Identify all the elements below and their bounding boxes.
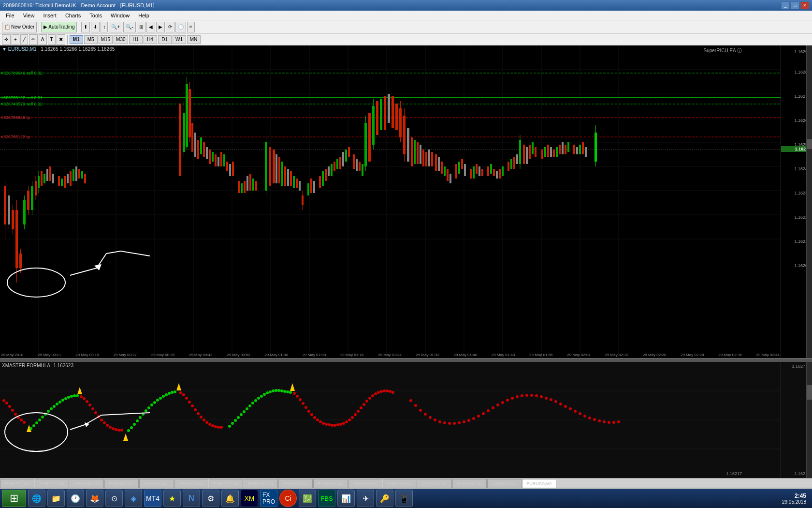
taskbar-folder[interactable]: 📁 bbox=[47, 490, 65, 507]
taskbar-app6[interactable]: 📊 bbox=[337, 490, 355, 507]
auto-trading-button[interactable]: ▶ AutoTrading bbox=[41, 22, 77, 32]
taskbar-app2[interactable]: ★ bbox=[163, 490, 181, 507]
menu-view[interactable]: View bbox=[19, 12, 39, 19]
taskbar-ci[interactable]: Ci bbox=[279, 490, 297, 507]
close-button[interactable]: ✕ bbox=[800, 1, 809, 9]
toolbar-btn-1[interactable]: ⬆ bbox=[81, 22, 90, 32]
taskbar-xm[interactable]: XM bbox=[241, 490, 258, 507]
taskbar-n[interactable]: N bbox=[183, 490, 200, 507]
delete-tool[interactable]: ✖ bbox=[57, 34, 65, 45]
svg-point-375 bbox=[554, 400, 557, 403]
tf-mn[interactable]: MN bbox=[187, 35, 201, 44]
taskbar-clock[interactable]: 🕐 bbox=[67, 490, 84, 507]
crosshair-tool[interactable]: + bbox=[12, 34, 19, 45]
chart-tab-14[interactable]: EURUSD,M1 bbox=[452, 479, 487, 488]
svg-rect-176 bbox=[513, 157, 515, 169]
chart-tab-12[interactable]: EURUSD,M1 bbox=[383, 479, 417, 488]
svg-rect-164 bbox=[473, 166, 475, 179]
new-order-button[interactable]: 📋 New Order bbox=[2, 22, 37, 32]
taskbar-app5[interactable]: 💹 bbox=[299, 490, 316, 507]
tf-d1[interactable]: D1 bbox=[158, 35, 172, 44]
draw-tool[interactable]: ✏ bbox=[29, 34, 38, 45]
tf-m30[interactable]: M30 bbox=[114, 35, 128, 44]
panel-resizer[interactable] bbox=[0, 358, 812, 362]
svg-point-332 bbox=[357, 410, 360, 413]
chart-tab-9[interactable]: GBPUSD,M1 bbox=[278, 479, 313, 488]
svg-point-321 bbox=[325, 423, 328, 426]
toolbar-btn-3[interactable]: ↕ bbox=[101, 22, 108, 32]
chart-tab-2[interactable]: EURUSD,M1 bbox=[35, 479, 69, 488]
maximize-button[interactable]: □ bbox=[791, 1, 799, 9]
chart-tab-10[interactable]: EURUSD,M1 bbox=[313, 479, 348, 488]
taskbar-app4[interactable]: 🔔 bbox=[221, 490, 239, 507]
menu-window[interactable]: Window bbox=[107, 12, 133, 19]
tf-m15[interactable]: M15 bbox=[99, 35, 113, 44]
tf-m5[interactable]: M5 bbox=[84, 35, 98, 44]
cursor-tool[interactable]: ✛ bbox=[2, 34, 11, 45]
toolbar-btn-8[interactable]: ▶ bbox=[156, 22, 165, 32]
taskbar-app7[interactable]: ✈ bbox=[357, 490, 374, 507]
svg-point-222 bbox=[35, 421, 38, 424]
title-bar: 2089860816: Tickmill-DemoUK - Demo Accou… bbox=[0, 0, 812, 11]
taskbar-chrome[interactable]: ⊙ bbox=[105, 490, 123, 507]
chart-tab-13[interactable]: GBPUSD,M1 bbox=[418, 479, 452, 488]
taskbar-app9[interactable]: 📱 bbox=[395, 490, 413, 507]
svg-marker-271 bbox=[176, 383, 181, 390]
minimize-button[interactable]: _ bbox=[781, 1, 790, 9]
svg-rect-185 bbox=[541, 149, 543, 159]
tf-h1[interactable]: H1 bbox=[129, 35, 143, 44]
menu-tools[interactable]: Tools bbox=[86, 12, 106, 19]
tf-h4[interactable]: H4 bbox=[144, 35, 157, 44]
chart-tabs: EURUSD,M1 EURUSD,M1 GBPUSD,M1 EURUSD,M1 … bbox=[0, 478, 812, 488]
start-button[interactable]: ⊞ bbox=[2, 490, 26, 507]
chart-tab-8[interactable]: EURUSD,M1 bbox=[244, 479, 278, 488]
taskbar-firefox[interactable]: 🦊 bbox=[86, 490, 103, 507]
menu-charts[interactable]: Charts bbox=[61, 12, 85, 19]
svg-point-242 bbox=[91, 407, 94, 410]
autotrading-icon: ▶ bbox=[44, 24, 47, 30]
svg-point-372 bbox=[540, 395, 543, 398]
svg-rect-74 bbox=[194, 133, 196, 157]
svg-point-354 bbox=[453, 422, 456, 425]
toolbar-btn-7[interactable]: ◀ bbox=[146, 22, 155, 32]
toolbar-btn-5[interactable]: 🔍- bbox=[123, 22, 135, 32]
taskbar-app3[interactable]: ⚙ bbox=[202, 490, 219, 507]
svg-point-245 bbox=[100, 418, 103, 421]
chart-tab-7[interactable]: EURUSD,M1 bbox=[209, 479, 243, 488]
main-toolbar: 📋 New Order ▶ AutoTrading ⬆ ⬇ ↕ 🔍+ 🔍- ⊞ … bbox=[0, 20, 812, 34]
svg-rect-104 bbox=[287, 169, 289, 186]
chart-tab-6[interactable]: GBPUSD,M1 bbox=[174, 479, 208, 488]
svg-rect-103 bbox=[284, 166, 286, 186]
line-tool[interactable]: ╱ bbox=[20, 34, 28, 45]
chart-tab-3[interactable]: GBPUSD,M1 bbox=[70, 479, 104, 488]
menu-help[interactable]: Help bbox=[134, 12, 153, 19]
taskbar-app8[interactable]: 🔑 bbox=[376, 490, 393, 507]
toolbar-btn-9[interactable]: ⟳ bbox=[166, 22, 174, 32]
menu-insert[interactable]: Insert bbox=[39, 12, 60, 19]
taskbar-mt4[interactable]: MT4 bbox=[144, 490, 161, 507]
chart-tab-15[interactable]: GBPUSD,M1 bbox=[487, 479, 522, 488]
taskbar-ie[interactable]: 🌐 bbox=[28, 490, 45, 507]
toolbar-btn-10[interactable]: 🕐 bbox=[175, 22, 186, 32]
svg-point-331 bbox=[354, 413, 357, 416]
text-tool[interactable]: A bbox=[39, 34, 47, 45]
chart-tab-4[interactable]: EURUSD,M1 bbox=[104, 479, 139, 488]
chart-tab-active[interactable]: EURUSD,M1 bbox=[522, 479, 556, 488]
svg-rect-166 bbox=[478, 166, 480, 176]
toolbar-btn-11[interactable]: ≡ bbox=[187, 22, 195, 32]
toolbar-btn-2[interactable]: ⬇ bbox=[91, 22, 100, 32]
chart-header: ▼ EURUSD,M1 1.16265 1.16266 1.16265 1.16… bbox=[2, 46, 115, 52]
toolbar-btn-6[interactable]: ⊞ bbox=[137, 22, 145, 32]
tf-w1[interactable]: W1 bbox=[173, 35, 186, 44]
chart-tab-5[interactable]: GBPUSD,M1 bbox=[139, 479, 174, 488]
chart-tab-11[interactable]: GBPUSD,M1 bbox=[348, 479, 382, 488]
svg-rect-106 bbox=[293, 176, 295, 188]
menu-file[interactable]: File bbox=[2, 12, 18, 19]
obj-tool[interactable]: T bbox=[48, 34, 56, 45]
tf-m1[interactable]: M1 bbox=[70, 35, 83, 44]
taskbar-fbs[interactable]: FBS bbox=[318, 490, 335, 507]
chart-tab-1[interactable]: EURUSD,M1 bbox=[0, 479, 34, 488]
toolbar-btn-4[interactable]: 🔍+ bbox=[109, 22, 122, 32]
taskbar-app1[interactable]: ◈ bbox=[125, 490, 142, 507]
taskbar-fx[interactable]: FXPRO bbox=[260, 490, 277, 507]
